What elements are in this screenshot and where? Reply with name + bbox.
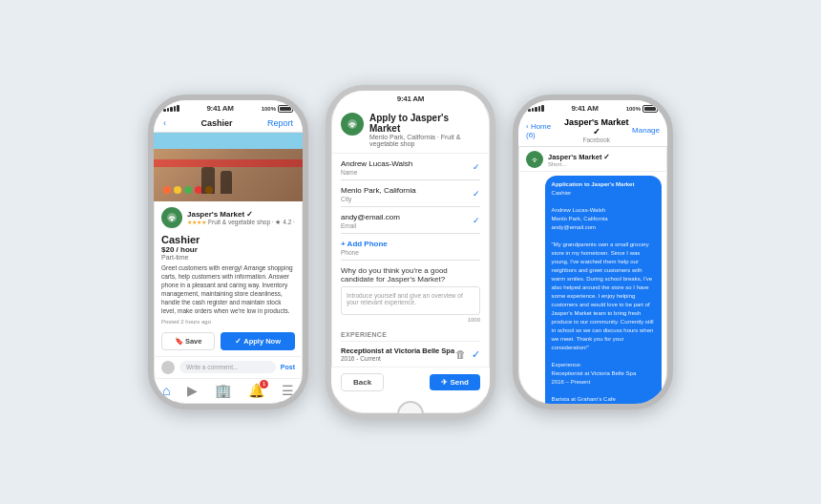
pages-nav-item[interactable]: 🏢 [215,383,231,398]
home-button-1[interactable] [215,405,242,410]
email-field[interactable]: andy@email.com Email ✓ [341,207,480,234]
signal-1 [163,105,179,112]
user-avatar [161,361,175,374]
job-details: Cashier $20 / hour Part-time Greet custo… [154,232,303,332]
job-description: Greet customers with energy! Arrange sho… [161,263,295,316]
city-check-icon: ✓ [473,189,480,199]
form-footer: Back ✈ Send [331,367,490,397]
back-button-form[interactable]: Back [341,373,384,391]
notification-badge: 1 [260,380,268,388]
msg-store-name: Jasper's Market ✓ [548,153,610,161]
store-name: Jasper's Market ✓ [187,210,295,219]
conversation-subtitle: Facebook [560,136,632,143]
job-type: Part-time [161,254,295,261]
name-label: Name [341,169,480,176]
email-label: Email [341,222,480,229]
job-actions: 🔖 Save ✓ Apply Now [154,332,303,356]
apply-now-button[interactable]: ✓ Apply Now [221,332,295,350]
send-button[interactable]: ✈ Send [430,374,480,390]
city-label: City [341,196,480,202]
job-title: Cashier [161,234,295,245]
bookmark-icon: 🔖 [175,337,183,346]
phone-messages: 9:41 AM 100% ‹ Home (6) Jasper's Market … [513,94,673,410]
report-button[interactable]: Report [267,118,293,128]
battery-3: 100% [626,105,658,113]
home-nav-item[interactable]: ⌂ [162,383,170,398]
char-count: 1000 [341,317,480,323]
phone-label: Phone [341,249,480,256]
battery-icon-3 [642,105,658,113]
store-avatar-1 [161,207,182,228]
msg-nav: ‹ Home (6) Jasper's Market ✓ Facebook Ma… [518,115,667,147]
phone-placeholder: + Add Phone [341,240,480,248]
svg-point-3 [351,125,354,128]
job-posted: Posted 2 hours ago [161,319,295,325]
nav-bar-1: ‹ Cashier Report [154,115,303,133]
exp-title: Receptionist at Victoria Belle Spa [341,346,454,355]
person-silhouette-1 [201,167,215,194]
form-store-logo [341,113,364,136]
home-button-2[interactable] [397,401,424,419]
email-check-icon: ✓ [473,216,480,225]
edit-experience-icon[interactable]: ✓ [472,348,480,361]
msg-logo-icon [530,155,539,164]
time-3: 9:41 AM [571,104,598,113]
message-list: Application to Jasper's Market Cashier A… [518,172,667,410]
status-bar-2: 9:41 AM [331,91,490,105]
time-2: 9:41 AM [397,94,424,103]
signal-3 [528,105,544,112]
hero-scene [154,133,303,201]
email-value: andy@email.com [341,213,480,221]
textarea-input[interactable]: Introduce yourself and give an overview … [341,286,480,315]
form-header: Apply to Jasper's Market Menlo Park, Cal… [331,105,490,154]
svg-point-1 [171,219,174,221]
manage-button[interactable]: Manage [632,126,660,135]
city-field[interactable]: Menlo Park, California City ✓ [341,180,480,207]
comment-bar: Write a comment... Post [154,356,303,378]
textarea-label: Why do you think you're a good candidate… [341,266,480,284]
menu-nav-item[interactable]: ☰ [282,383,294,398]
name-field[interactable]: Andrew Lucas-Walsh Name ✓ [341,154,480,180]
battery-1: 100% [262,105,293,113]
job-wage: $20 / hour [161,245,295,254]
svg-point-4 [534,160,536,162]
name-value: Andrew Lucas-Walsh [341,159,480,168]
notifications-nav-item[interactable]: 🔔 1 [248,383,264,398]
phone-job-listing: 9:41 AM 100% ‹ Cashier Report [148,94,308,410]
battery-icon-1 [278,105,293,113]
phone-field[interactable]: + Add Phone Phone [341,234,480,261]
page-title-1: Cashier [200,118,232,128]
post-button[interactable]: Post [281,364,295,370]
market-awning [154,159,303,167]
phone-application-form: 9:41 AM Apply to Jasper's Market Menlo P… [326,85,495,419]
experience-section-label: EXPERIENCE [341,331,480,338]
exp-date: 2016 - Current [341,355,454,362]
save-button[interactable]: 🔖 Save [161,332,215,350]
form-logo-icon [346,117,359,131]
comment-input[interactable]: Write a comment... [179,361,276,373]
name-check-icon: ✓ [473,162,480,172]
job-hero-image [154,133,303,201]
form-body: Andrew Lucas-Walsh Name ✓ Menlo Park, Ca… [331,154,490,367]
store-logo-icon [165,211,179,224]
city-value: Menlo Park, California [341,186,480,195]
textarea-section: Why do you think you're a good candidate… [341,261,480,326]
back-button-1[interactable]: ‹ [163,118,166,128]
msg-store-header: Jasper's Market ✓ Short... [518,147,667,172]
bottom-nav: ⌂ ▶ 🏢 🔔 1 ☰ [154,378,303,401]
message-bubble-text-1: Application to Jasper's Market Cashier A… [545,176,662,410]
experience-item: Receptionist at Victoria Belle Spa 2016 … [341,341,480,367]
form-title: Apply to Jasper's Market [369,113,480,134]
person-silhouette-2 [221,171,232,194]
delete-experience-icon[interactable]: 🗑 [455,348,466,361]
messages-back-button[interactable]: ‹ Home (6) [526,122,560,139]
time-1: 9:41 AM [206,104,233,113]
status-bar-3: 9:41 AM 100% [518,100,667,115]
sent-message-1: Application to Jasper's Market Cashier A… [524,176,662,410]
store-rating: ★★★★ Fruit & vegetable shop · ★ 4.2 · [187,219,295,226]
status-bar-1: 9:41 AM 100% [154,100,303,115]
store-info: Jasper's Market ✓ ★★★★ Fruit & vegetable… [154,201,303,232]
conversation-title: Jasper's Market ✓ [560,117,632,136]
phones-container: 9:41 AM 100% ‹ Cashier Report [129,66,692,438]
video-nav-item[interactable]: ▶ [187,383,198,398]
